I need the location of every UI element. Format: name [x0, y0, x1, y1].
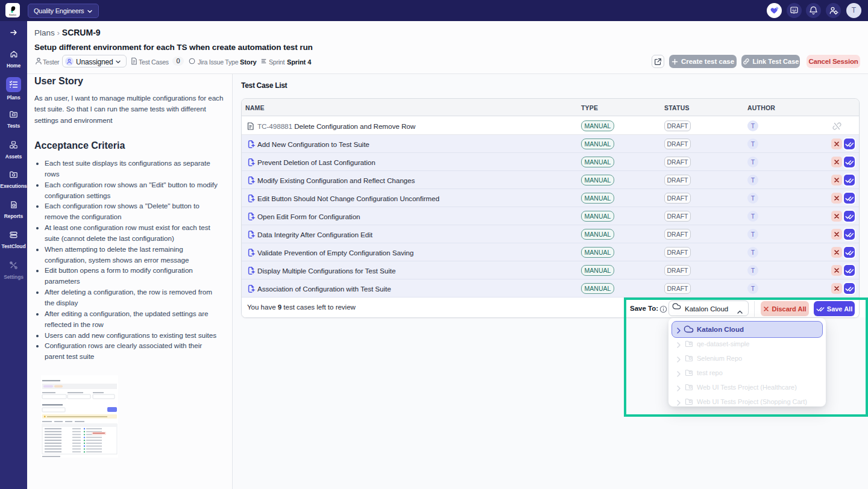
svg-text:Katalon: Katalon	[9, 14, 16, 16]
